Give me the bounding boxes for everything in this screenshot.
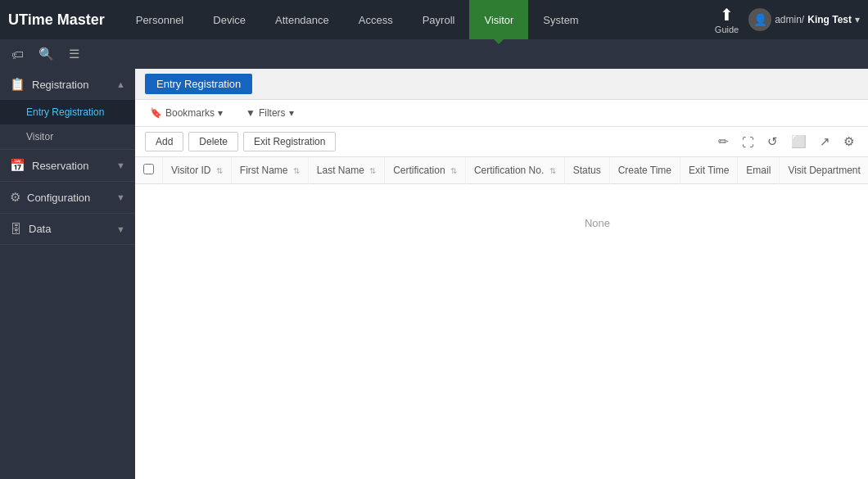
col-visit-department[interactable]: Visit Department [780, 157, 868, 184]
search-icon[interactable]: 🔍 [35, 43, 57, 65]
col-certification[interactable]: Certification ⇅ [385, 157, 466, 184]
configuration-title-row: ⚙ Configuration [10, 190, 90, 205]
table-container: Visitor ID ⇅ First Name ⇅ Last Name ⇅ [135, 157, 868, 479]
visitor-table: Visitor ID ⇅ First Name ⇅ Last Name ⇅ [135, 157, 868, 262]
col-exit-time[interactable]: Exit Time [680, 157, 738, 184]
settings-icon-btn[interactable]: ⚙ [839, 132, 858, 151]
entry-registration-tab[interactable]: Entry Registration [145, 74, 252, 94]
refresh-icon-btn[interactable]: ↺ [763, 132, 782, 151]
registration-section-icon: 📋 [10, 77, 25, 92]
action-right: ✏ ⛶ ↺ ⬜ ↗ ⚙ [714, 132, 858, 151]
nav-personnel[interactable]: Personnel [121, 0, 199, 39]
configuration-label: Configuration [27, 192, 90, 204]
configuration-chevron: ▼ [116, 192, 125, 202]
col-status[interactable]: Status [564, 157, 609, 184]
user-prefix: admin/ [775, 14, 804, 25]
columns-icon-btn[interactable]: ⬜ [787, 132, 811, 151]
filter-icon: ▼ [246, 107, 255, 119]
col-email-label: Email [746, 165, 771, 176]
col-first-name-label: First Name [240, 165, 288, 176]
nav-items: Personnel Device Attendance Access Payro… [121, 0, 715, 39]
exit-registration-button[interactable]: Exit Registration [243, 132, 336, 151]
col-first-name[interactable]: First Name ⇅ [231, 157, 308, 184]
sidebar-section-reservation-header[interactable]: 📅 Reservation ▼ [0, 150, 135, 181]
col-last-name-label: Last Name [317, 165, 364, 176]
nav-visitor[interactable]: Visitor [469, 0, 528, 39]
data-title-row: 🗄 Data [10, 222, 51, 236]
guide-label: Guide [715, 25, 739, 34]
nav-system[interactable]: System [528, 0, 593, 39]
main-layout: 📋 Registration ▲ Entry Registration Visi… [0, 69, 868, 479]
col-email[interactable]: Email [738, 157, 780, 184]
content-toolbar: Entry Registration [135, 69, 868, 100]
user-dropdown-icon: ▾ [855, 14, 860, 25]
registration-label: Registration [32, 79, 88, 91]
logo-suffix: Master [53, 11, 105, 28]
visitor-id-sort-icon: ⇅ [216, 166, 223, 175]
col-last-name[interactable]: Last Name ⇅ [308, 157, 384, 184]
col-create-time[interactable]: Create Time [609, 157, 680, 184]
col-create-time-label: Create Time [618, 165, 671, 176]
bookmarks-dropdown-icon: ▾ [218, 107, 223, 119]
col-certification-no[interactable]: Certification No. ⇅ [465, 157, 564, 184]
sidebar-section-registration: 📋 Registration ▲ Entry Registration Visi… [0, 69, 135, 150]
sidebar-section-configuration-header[interactable]: ⚙ Configuration ▼ [0, 182, 135, 213]
col-exit-time-label: Exit Time [689, 165, 729, 176]
empty-row: None [135, 184, 868, 263]
sidebar-section-data-header[interactable]: 🗄 Data ▼ [0, 214, 135, 244]
edit-icon-btn[interactable]: ✏ [714, 132, 733, 151]
registration-title-row: 📋 Registration [10, 77, 88, 92]
delete-button[interactable]: Delete [188, 132, 238, 151]
first-name-sort-icon: ⇅ [293, 166, 300, 175]
data-chevron: ▼ [116, 224, 125, 234]
filters-button[interactable]: ▼ Filters ▾ [241, 105, 299, 121]
username: King Test [807, 14, 852, 25]
add-button[interactable]: Add [145, 132, 183, 151]
sidebar: 📋 Registration ▲ Entry Registration Visi… [0, 69, 135, 479]
expand-icon-btn[interactable]: ⛶ [738, 133, 758, 151]
sidebar-section-registration-header[interactable]: 📋 Registration ▲ [0, 69, 135, 100]
guide-button[interactable]: ⬆ Guide [715, 5, 739, 34]
data-label: Data [29, 223, 51, 235]
bookmarks-label: Bookmarks [165, 107, 215, 119]
secondary-toolbar: 🏷 🔍 ☰ [0, 39, 868, 69]
registration-chevron: ▲ [116, 79, 125, 89]
logo-brand: UTime [8, 11, 53, 28]
nav-access[interactable]: Access [344, 0, 408, 39]
action-bar: Add Delete Exit Registration ✏ ⛶ ↺ ⬜ ↗ ⚙ [135, 127, 868, 157]
nav-attendance[interactable]: Attendance [260, 0, 344, 39]
last-name-sort-icon: ⇅ [369, 166, 376, 175]
sidebar-section-configuration: ⚙ Configuration ▼ [0, 182, 135, 214]
col-status-label: Status [573, 165, 601, 176]
reservation-section-icon: 📅 [10, 158, 25, 173]
share-icon-btn[interactable]: ↗ [816, 132, 834, 151]
col-visitor-id[interactable]: Visitor ID ⇅ [163, 157, 232, 184]
col-visitor-id-label: Visitor ID [171, 165, 210, 176]
sidebar-section-reservation: 📅 Reservation ▼ [0, 150, 135, 182]
nav-device[interactable]: Device [198, 0, 260, 39]
select-all-checkbox[interactable] [135, 157, 163, 184]
bookmark-icon: 🔖 [150, 107, 162, 119]
sidebar-item-entry-registration[interactable]: Entry Registration [0, 100, 135, 124]
filters-label: Filters [259, 107, 286, 119]
sidebar-section-data: 🗄 Data ▼ [0, 214, 135, 245]
content: Entry Registration 🔖 Bookmarks ▾ ▼ Filte… [135, 69, 868, 479]
sidebar-item-visitor[interactable]: Visitor [0, 124, 135, 149]
col-visit-department-label: Visit Department [788, 165, 860, 176]
guide-icon: ⬆ [720, 5, 734, 25]
table-header-row: Visitor ID ⇅ First Name ⇅ Last Name ⇅ [135, 157, 868, 184]
bookmarks-button[interactable]: 🔖 Bookmarks ▾ [145, 105, 228, 121]
configuration-section-icon: ⚙ [10, 190, 20, 205]
col-certification-no-label: Certification No. [474, 165, 544, 176]
action-left: Add Delete Exit Registration [145, 132, 336, 151]
col-certification-label: Certification [393, 165, 445, 176]
certification-sort-icon: ⇅ [450, 166, 457, 175]
reservation-chevron: ▼ [116, 160, 125, 170]
top-nav: UTime Master Personnel Device Attendance… [0, 0, 868, 39]
filters-dropdown-icon: ▾ [289, 107, 294, 119]
data-section-icon: 🗄 [10, 222, 22, 236]
tag-icon[interactable]: 🏷 [8, 44, 27, 65]
nav-payroll[interactable]: Payroll [408, 0, 470, 39]
user-info[interactable]: 👤 admin/King Test ▾ [748, 8, 860, 31]
list-icon[interactable]: ☰ [66, 43, 83, 65]
